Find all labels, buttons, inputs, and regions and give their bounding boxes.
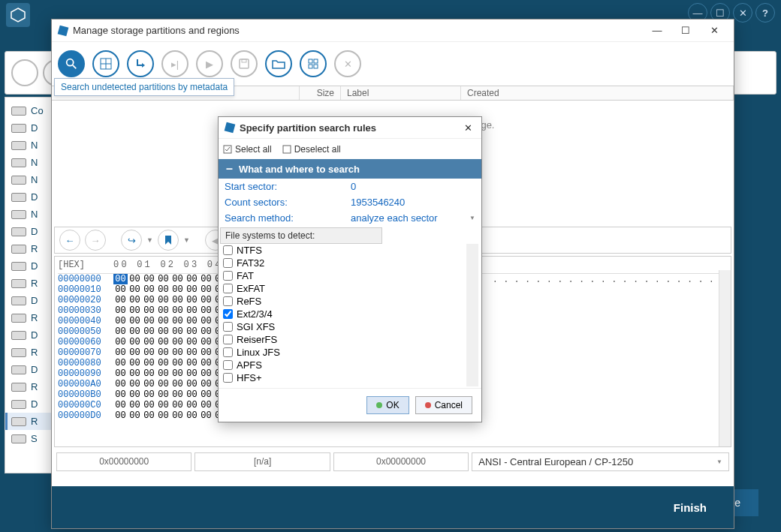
fs-checkbox[interactable] — [223, 258, 233, 268]
collapse-icon: – — [226, 163, 233, 175]
cancel-dot-icon — [425, 402, 431, 408]
ok-button[interactable]: OK — [366, 396, 409, 414]
fs-header: File systems to detect: — [220, 227, 382, 244]
minimize-button[interactable]: — — [647, 23, 668, 38]
status-na: [n/a] — [194, 452, 330, 471]
encoding-select[interactable]: ANSI - Central European / CP-1250 — [472, 452, 729, 471]
scroll-up-icon[interactable]: ʌ — [466, 356, 478, 368]
search-tooltip: Search undetected partitions by metadata — [54, 78, 234, 96]
svg-line-2 — [73, 65, 77, 69]
cancel-button[interactable]: Cancel — [415, 396, 472, 414]
dialog-icon — [225, 122, 235, 133]
fs-checkbox-item[interactable]: ReFS — [222, 295, 466, 308]
partition-search-dialog: Specify partition search rules ✕ Select … — [218, 116, 482, 422]
window-icon — [58, 26, 68, 36]
turn-arrow-button[interactable] — [127, 50, 154, 77]
nav-back-button[interactable]: ← — [59, 230, 80, 251]
open-folder-button[interactable] — [265, 50, 292, 77]
col-created[interactable]: Created — [461, 86, 734, 100]
fs-checkbox[interactable] — [223, 322, 233, 332]
hex-scrollbar[interactable] — [719, 270, 731, 446]
fs-checkbox[interactable] — [223, 373, 233, 383]
finish-button[interactable]: Finish — [669, 500, 711, 515]
status-offset2: 0x00000000 — [333, 452, 469, 471]
fs-checkbox[interactable] — [223, 284, 233, 293]
search-metadata-button[interactable] — [58, 50, 85, 77]
goto-button[interactable]: ↪ — [121, 230, 142, 251]
start-sector-label: Start sector: — [225, 181, 351, 192]
toolbar: ▸| ▶ ✕ Search undetected partitions by m… — [52, 42, 734, 86]
count-sectors-value[interactable]: 1953546240 — [351, 197, 475, 208]
col-label[interactable]: Label — [341, 86, 461, 100]
play-button[interactable]: ▶ — [196, 50, 223, 77]
help-icon[interactable]: ? — [755, 3, 775, 23]
col-size[interactable]: Size — [300, 86, 341, 100]
dialog-title: Specify partition search rules — [240, 122, 456, 134]
hex-ascii: . . . . . . . . . . . . . . . . . . . . … — [493, 275, 714, 285]
section-header[interactable]: – What and where to search — [219, 159, 481, 179]
fs-checkbox[interactable] — [223, 347, 233, 357]
fs-checkbox-item[interactable]: NTFS — [222, 244, 466, 257]
status-offset: 0x00000000 — [56, 452, 191, 471]
fs-checkbox-item[interactable]: ReiserFS — [222, 333, 466, 346]
nav-fwd-button[interactable]: → — [85, 230, 106, 251]
app-logo-icon — [6, 3, 30, 27]
ok-dot-icon — [376, 402, 382, 408]
dialog-close-button[interactable]: ✕ — [460, 120, 475, 135]
window-title: Manage storage partitions and regions — [73, 25, 642, 36]
fs-checkbox-item[interactable]: Linux JFS — [222, 346, 466, 359]
svg-rect-11 — [309, 65, 312, 68]
grid-button[interactable] — [92, 50, 119, 77]
fs-checkbox[interactable] — [223, 335, 233, 344]
maximize-button[interactable]: ☐ — [675, 23, 696, 38]
fs-checkbox-item[interactable]: HFS+ — [222, 371, 466, 384]
bg-close-icon[interactable]: ✕ — [733, 3, 752, 23]
svg-rect-9 — [309, 59, 312, 63]
scroll-down-icon[interactable]: v — [466, 373, 478, 385]
bg-tool-icon[interactable] — [11, 59, 38, 86]
count-sectors-label: Count sectors: — [225, 197, 351, 208]
fs-checkbox-item[interactable]: FAT — [222, 269, 466, 282]
fs-checkbox-item[interactable]: APFS — [222, 359, 466, 371]
fs-checkbox-item[interactable]: ExFAT — [222, 282, 466, 295]
select-all-button[interactable]: Select all — [223, 144, 272, 155]
close-button[interactable]: ✕ — [704, 23, 725, 38]
options-button[interactable] — [300, 50, 327, 77]
deselect-all-button[interactable]: Deselect all — [282, 144, 341, 155]
fs-checkbox[interactable] — [223, 296, 233, 306]
fs-list: ʌ v NTFSFAT32FATExFATReFSExt2/3/4SGI XFS… — [222, 244, 478, 386]
fs-checkbox-item[interactable]: SGI XFS — [222, 320, 466, 333]
cancel-x-button[interactable]: ✕ — [334, 50, 361, 77]
fs-checkbox-item[interactable]: Ext2/3/4 — [222, 308, 466, 320]
fs-checkbox-item[interactable]: FAT32 — [222, 257, 466, 269]
svg-marker-6 — [142, 63, 145, 68]
search-method-label: Search method: — [225, 212, 351, 224]
svg-rect-10 — [314, 59, 318, 63]
fs-checkbox[interactable] — [223, 271, 233, 281]
svg-rect-12 — [314, 65, 318, 68]
fs-checkbox[interactable] — [223, 360, 233, 370]
bookmark-button[interactable] — [158, 230, 179, 251]
svg-marker-0 — [11, 8, 25, 22]
save-button[interactable] — [231, 50, 258, 77]
fs-checkbox[interactable] — [223, 245, 233, 255]
skip-end-button[interactable]: ▸| — [161, 50, 188, 77]
svg-rect-7 — [240, 59, 249, 68]
svg-rect-14 — [283, 146, 291, 153]
svg-point-1 — [67, 59, 74, 66]
fs-checkbox[interactable] — [223, 309, 233, 319]
search-method-select[interactable]: analyze each sector — [351, 212, 475, 224]
start-sector-value[interactable]: 0 — [351, 181, 475, 192]
